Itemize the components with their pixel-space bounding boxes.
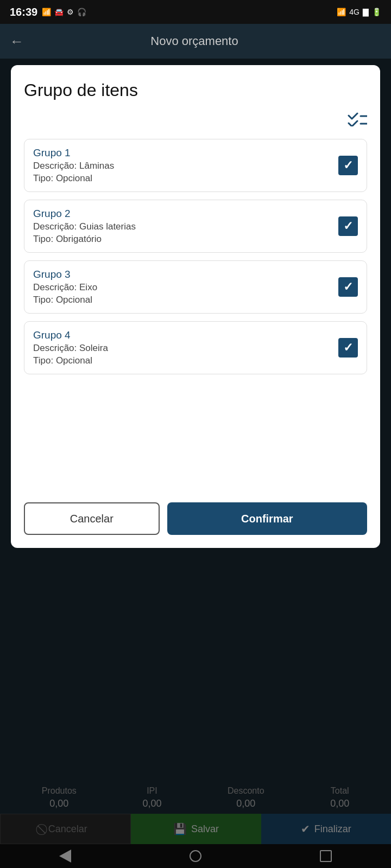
headset-icon: 🎧: [77, 8, 86, 16]
group-2-desc: Descrição: Guias laterias: [33, 221, 136, 232]
group-2-info: Grupo 2 Descrição: Guias laterias Tipo: …: [33, 208, 136, 245]
checklist-icon-row: [24, 111, 367, 130]
group-3-info: Grupo 3 Descrição: Eixo Tipo: Opcional: [33, 269, 97, 305]
status-time: 16:39: [10, 6, 37, 18]
settings-icon: ⚙: [67, 8, 74, 16]
group-1-info: Grupo 1 Descrição: Lâminas Tipo: Opciona…: [33, 147, 114, 184]
status-icons: 📶 🚘 ⚙ 🎧: [42, 8, 86, 16]
group-4-info: Grupo 4 Descrição: Soleira Tipo: Opciona…: [33, 329, 108, 366]
modal-title: Grupo de itens: [24, 80, 367, 100]
signal-bar-icon: ▇: [363, 8, 369, 16]
car-icon: 🚘: [54, 8, 64, 16]
modal-overlay: Grupo de itens Grupo 1 Descrição: Lâmina…: [0, 59, 391, 868]
group-3-desc: Descrição: Eixo: [33, 282, 97, 293]
group-3-type: Tipo: Opcional: [33, 295, 97, 305]
group-2-checkbox[interactable]: [338, 216, 358, 236]
back-button[interactable]: ←: [10, 33, 24, 50]
group-card-4[interactable]: Grupo 4 Descrição: Soleira Tipo: Opciona…: [24, 321, 367, 374]
modal-card: Grupo de itens Grupo 1 Descrição: Lâmina…: [11, 65, 380, 548]
group-card-3[interactable]: Grupo 3 Descrição: Eixo Tipo: Opcional: [24, 260, 367, 314]
group-4-desc: Descrição: Soleira: [33, 343, 108, 354]
status-bar-left: 16:39 📶 🚘 ⚙ 🎧: [10, 6, 86, 18]
status-bar-right: 📶 4G ▇ 🔋: [337, 8, 381, 16]
status-bar: 16:39 📶 🚘 ⚙ 🎧 📶 4G ▇ 🔋: [0, 0, 391, 24]
group-1-checkbox[interactable]: [338, 156, 358, 175]
group-4-type: Tipo: Opcional: [33, 355, 108, 366]
confirm-button[interactable]: Confirmar: [167, 502, 367, 535]
checklist-all-icon[interactable]: [348, 111, 367, 130]
group-card-2[interactable]: Grupo 2 Descrição: Guias laterias Tipo: …: [24, 200, 367, 253]
battery-icon: 🔋: [372, 8, 381, 16]
modal-spacer: [24, 387, 367, 496]
4g-icon: 4G: [349, 8, 360, 16]
wifi-icon: 📶: [42, 8, 51, 16]
group-4-checkbox[interactable]: [338, 338, 358, 358]
group-3-checkbox[interactable]: [338, 277, 358, 297]
group-3-name: Grupo 3: [33, 269, 97, 280]
app-header: ← Novo orçamento: [0, 24, 391, 59]
group-list: Grupo 1 Descrição: Lâminas Tipo: Opciona…: [24, 139, 367, 374]
group-card-1[interactable]: Grupo 1 Descrição: Lâminas Tipo: Opciona…: [24, 139, 367, 192]
modal-buttons: Cancelar Confirmar: [24, 502, 367, 535]
group-2-name: Grupo 2: [33, 208, 136, 220]
signal-wifi-icon: 📶: [337, 8, 346, 16]
group-2-type: Tipo: Obrigatório: [33, 234, 136, 245]
group-1-name: Grupo 1: [33, 147, 114, 159]
status-right-icons: 📶 4G ▇ 🔋: [337, 8, 381, 16]
group-4-name: Grupo 4: [33, 329, 108, 341]
group-1-type: Tipo: Opcional: [33, 173, 114, 184]
cancel-button[interactable]: Cancelar: [24, 502, 160, 535]
group-1-desc: Descrição: Lâminas: [33, 161, 114, 171]
page-title: Novo orçamento: [24, 34, 365, 48]
